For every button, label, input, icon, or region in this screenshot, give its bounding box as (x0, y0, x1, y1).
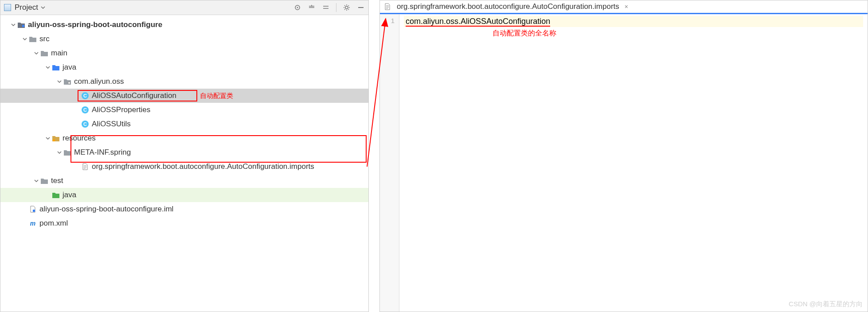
chevron-down-icon[interactable] (45, 64, 51, 70)
svg-point-1 (297, 7, 298, 8)
code-line: com.aliyun.oss.AliOSSAutoConfiguration (404, 16, 863, 27)
tree-class-utils[interactable]: C AliOSSUtils (0, 117, 368, 131)
annotation-label: 自动配置类 (200, 92, 233, 100)
chevron-down-icon[interactable] (56, 78, 63, 85)
iml-file-icon (29, 205, 37, 213)
tree-class-properties[interactable]: C AliOSSProperties (0, 103, 368, 117)
tree-imports-file[interactable]: org.springframework.boot.autoconfigure.A… (0, 160, 368, 174)
close-tab-icon[interactable]: × (625, 3, 628, 10)
select-opened-file-icon[interactable] (293, 4, 301, 12)
class-icon: C (81, 120, 89, 128)
code-text: com.aliyun.oss.AliOSSAutoConfiguration (406, 17, 550, 27)
tree-pom-file[interactable]: m pom.xml (0, 216, 368, 230)
svg-rect-3 (22, 25, 24, 27)
source-folder-icon (52, 63, 60, 71)
tree-folder-src[interactable]: src (0, 32, 368, 46)
editor-tab-title[interactable]: org.springframework.boot.autoconfigure.A… (397, 2, 619, 11)
editor-tab-bar: org.springframework.boot.autoconfigure.A… (380, 0, 868, 14)
svg-point-2 (345, 6, 348, 9)
maven-icon: m (29, 219, 37, 227)
tree-label: aliyun-oss-spring-boot-autoconfigure (28, 20, 162, 29)
package-icon (63, 78, 71, 86)
project-panel: Project (0, 0, 369, 312)
project-tree: aliyun-oss-spring-boot-autoconfigure src… (0, 15, 368, 233)
annotation-text: 自动配置类的全名称 (404, 29, 863, 38)
folder-icon (63, 148, 71, 156)
chevron-down-icon[interactable] (10, 22, 16, 28)
expand-all-icon[interactable] (308, 4, 316, 12)
toolbar-divider (336, 3, 336, 12)
svg-point-4 (68, 82, 70, 84)
tree-label: resources (63, 134, 96, 143)
project-view-icon (4, 4, 11, 11)
module-folder-icon (17, 21, 25, 29)
chevron-down-icon[interactable] (33, 50, 39, 56)
tree-package[interactable]: com.aliyun.oss (0, 74, 368, 89)
tree-label: test (51, 176, 63, 185)
editor-panel: org.springframework.boot.autoconfigure.A… (379, 0, 868, 312)
text-file-icon (383, 3, 391, 11)
tree-label: src (39, 35, 50, 43)
chevron-down-icon[interactable] (33, 178, 39, 184)
tree-resources-folder[interactable]: resources (0, 131, 368, 145)
tree-metainf-folder[interactable]: META-INF.spring (0, 145, 368, 160)
tree-iml-file[interactable]: aliyun-oss-spring-boot-autoconfigure.iml (0, 202, 368, 216)
tree-folder-main[interactable]: main (0, 46, 368, 60)
tree-label: org.springframework.boot.autoconfigure.A… (92, 162, 314, 171)
tree-label: aliyun-oss-spring-boot-autoconfigure.iml (39, 205, 173, 214)
gear-icon[interactable] (343, 4, 351, 12)
panel-title: Project (15, 3, 38, 12)
chevron-down-icon[interactable] (22, 36, 28, 42)
folder-icon (40, 49, 48, 57)
tree-label: AliOSSProperties (92, 105, 150, 114)
resources-folder-icon (52, 134, 60, 142)
folder-icon (40, 177, 48, 185)
code-area[interactable]: com.aliyun.oss.AliOSSAutoConfiguration 自… (399, 14, 868, 312)
class-icon: C (81, 92, 89, 100)
svg-rect-5 (33, 210, 35, 212)
editor-body: 1 com.aliyun.oss.AliOSSAutoConfiguration… (380, 14, 868, 312)
panel-dropdown-icon[interactable] (40, 4, 46, 11)
tree-source-folder-java[interactable]: java (0, 60, 368, 74)
tree-label: AliOSSUtils (92, 120, 131, 129)
watermark: CSDN @向着五星的方向 (789, 300, 863, 308)
tree-label: com.aliyun.oss (74, 77, 124, 86)
tree-label: AliOSSAutoConfiguration (92, 91, 176, 100)
collapse-all-icon[interactable] (322, 4, 330, 12)
line-number: 1 (380, 17, 395, 24)
tree-folder-test[interactable]: test (0, 174, 368, 188)
tree-module-root[interactable]: aliyun-oss-spring-boot-autoconfigure (0, 18, 368, 32)
class-icon: C (81, 106, 89, 114)
tree-label: main (51, 49, 67, 58)
chevron-down-icon[interactable] (45, 135, 51, 141)
tree-class-autoconfiguration[interactable]: C AliOSSAutoConfiguration 自动配置类 (0, 89, 368, 103)
tree-label: pom.xml (39, 219, 68, 228)
test-folder-icon (52, 191, 60, 199)
chevron-down-icon[interactable] (56, 149, 63, 156)
tree-label: java (63, 191, 76, 199)
text-file-icon (81, 163, 89, 171)
hide-icon[interactable] (357, 4, 365, 12)
tree-label: java (63, 63, 76, 72)
tree-test-source-folder[interactable]: java (0, 188, 368, 202)
line-gutter: 1 (380, 14, 399, 312)
folder-icon (29, 35, 37, 43)
tree-label: META-INF.spring (74, 148, 131, 157)
panel-header: Project (0, 0, 368, 15)
